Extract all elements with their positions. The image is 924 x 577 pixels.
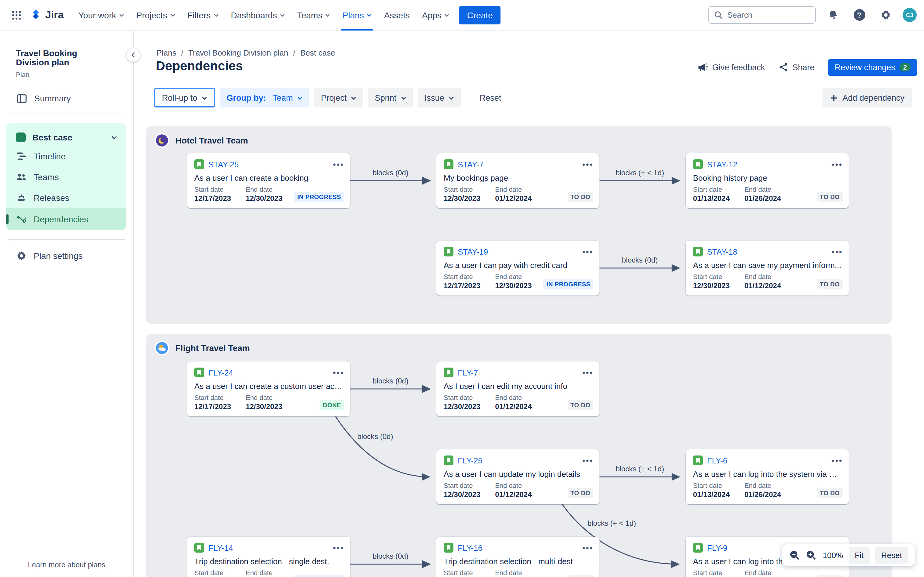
issue-title: As I user I can edit my account info — [444, 382, 592, 391]
share-button[interactable]: Share — [779, 62, 815, 72]
issue-card-fly-6[interactable]: FLY-6 ••• As a user I can log into the s… — [686, 450, 849, 504]
notifications-bell-icon[interactable] — [824, 6, 842, 24]
issue-card-fly-14[interactable]: FLY-14 ••• Trip destination selection - … — [187, 537, 350, 577]
rollup-dropdown[interactable]: Roll-up to — [154, 88, 215, 108]
dependency-label[interactable]: blocks (0d) — [373, 169, 408, 177]
issue-key-link[interactable]: STAY-7 — [458, 160, 484, 169]
nav-apps[interactable]: Apps — [416, 0, 456, 30]
more-actions-button[interactable]: ••• — [333, 544, 344, 552]
nav-your-work[interactable]: Your work — [73, 0, 131, 30]
story-icon — [693, 247, 703, 256]
issue-card-stay-7[interactable]: STAY-7 ••• My bookings page Start date12… — [436, 153, 599, 208]
sidebar-item-dependencies[interactable]: Dependencies — [6, 208, 126, 230]
more-actions-button[interactable]: ••• — [582, 160, 593, 168]
reset-zoom-button[interactable]: Reset — [875, 547, 908, 563]
issue-card-fly-25[interactable]: FLY-25 ••• As a user I can update my log… — [436, 450, 599, 504]
app-window: Jira Your work Projects Filters Dashboar… — [0, 0, 924, 577]
group-panel-hotel-travel-team: Hotel Travel Team blocks (0d) blocks (+ … — [146, 126, 892, 324]
scenario-selector[interactable]: Best case — [6, 129, 126, 146]
learn-more-link[interactable]: Learn more about plans — [0, 561, 133, 569]
issue-key-link[interactable]: FLY-25 — [458, 456, 483, 465]
dependency-label[interactable]: blocks (+ < 1d) — [616, 465, 664, 473]
sidebar-item-timeline[interactable]: Timeline — [6, 146, 126, 167]
issue-card-stay-18[interactable]: STAY-18 ••• As a user I can save my paym… — [686, 240, 849, 295]
give-feedback-button[interactable]: Give feedback — [698, 62, 765, 73]
filter-bar: Roll-up to Group by: Team Project Sprint… — [154, 88, 504, 108]
sidebar-item-releases[interactable]: Releases — [6, 187, 126, 208]
zoom-in-icon[interactable] — [806, 548, 817, 562]
status-badge: IN PROGRESS — [544, 279, 593, 289]
issue-card-fly-16[interactable]: FLY-16 ••• Trip destination selection - … — [436, 537, 599, 577]
global-search[interactable] — [708, 6, 816, 24]
more-actions-button[interactable]: ••• — [582, 544, 593, 552]
sidebar-item-plan-settings[interactable]: Plan settings — [16, 250, 123, 261]
settings-gear-icon[interactable] — [876, 6, 895, 24]
project-filter-dropdown[interactable]: Project — [314, 88, 363, 108]
breadcrumb-scenario[interactable]: Best case — [300, 48, 335, 57]
issue-card-stay-12[interactable]: STAY-12 ••• Booking history page Start d… — [686, 153, 849, 208]
story-icon — [444, 160, 454, 169]
nav-filters[interactable]: Filters — [181, 0, 225, 30]
story-icon — [693, 543, 703, 553]
breadcrumb-plan-name[interactable]: Travel Booking Division plan — [188, 48, 288, 57]
review-changes-button[interactable]: Review changes 2 — [828, 59, 917, 76]
sidebar: Travel Booking Division plan Plan Summar… — [0, 31, 134, 577]
dependency-label[interactable]: blocks (0d) — [373, 377, 408, 385]
issue-key-link[interactable]: STAY-12 — [707, 160, 737, 169]
issue-card-fly-24[interactable]: FLY-24 ••• As a user I can create a cust… — [187, 361, 350, 416]
help-icon[interactable]: ? — [850, 6, 868, 24]
more-actions-button[interactable]: ••• — [832, 456, 843, 464]
nav-assets[interactable]: Assets — [378, 0, 416, 30]
more-actions-button[interactable]: ••• — [832, 248, 843, 256]
reset-filters-button[interactable]: Reset — [477, 88, 504, 108]
more-actions-button[interactable]: ••• — [582, 369, 593, 376]
nav-projects[interactable]: Projects — [130, 0, 181, 30]
issue-key-link[interactable]: STAY-19 — [458, 247, 488, 256]
jira-logo-text: Jira — [45, 9, 64, 21]
megaphone-icon — [698, 62, 708, 73]
issue-key-link[interactable]: STAY-18 — [707, 247, 737, 256]
issue-key-link[interactable]: FLY-9 — [707, 543, 727, 552]
issue-card-fly-7[interactable]: FLY-7 ••• As I user I can edit my accoun… — [436, 361, 599, 416]
sidebar-item-summary[interactable]: Summary — [16, 93, 123, 105]
sidebar-item-teams[interactable]: Teams — [6, 167, 126, 187]
add-dependency-button[interactable]: Add dependency — [822, 88, 912, 108]
nav-dashboards[interactable]: Dashboards — [225, 0, 291, 30]
dependency-label[interactable]: blocks (0d) — [373, 552, 408, 561]
chevron-down-icon — [401, 95, 406, 100]
breadcrumb-plans[interactable]: Plans — [157, 48, 176, 57]
zoom-out-icon[interactable] — [789, 548, 800, 562]
sidebar-collapse-button[interactable] — [126, 48, 141, 62]
more-actions-button[interactable]: ••• — [333, 160, 344, 168]
app-switcher-icon[interactable] — [7, 6, 26, 24]
issue-key-link[interactable]: FLY-24 — [208, 368, 233, 377]
sprint-filter-dropdown[interactable]: Sprint — [368, 88, 413, 108]
dependency-label[interactable]: blocks (0d) — [357, 432, 393, 441]
issue-card-stay-19[interactable]: STAY-19 ••• As a user I can pay with cre… — [436, 240, 599, 295]
issue-key-link[interactable]: FLY-7 — [458, 368, 478, 377]
create-button[interactable]: Create — [459, 6, 501, 24]
more-actions-button[interactable]: ••• — [582, 456, 593, 464]
issue-title: As a user I can create a booking — [194, 173, 343, 182]
nav-teams[interactable]: Teams — [291, 0, 336, 30]
jira-logo[interactable]: Jira — [29, 8, 64, 21]
chevron-down-icon — [297, 95, 303, 100]
dependency-label[interactable]: blocks (+ < 1d) — [616, 169, 664, 177]
issue-filter-dropdown[interactable]: Issue — [418, 88, 461, 108]
issue-key-link[interactable]: FLY-14 — [208, 543, 233, 552]
more-actions-button[interactable]: ••• — [582, 248, 593, 256]
issue-key-link[interactable]: FLY-6 — [707, 456, 727, 465]
more-actions-button[interactable]: ••• — [832, 160, 843, 168]
nav-plans[interactable]: Plans — [336, 0, 378, 30]
dependency-label[interactable]: blocks (+ < 1d) — [588, 519, 636, 527]
issue-card-stay-25[interactable]: STAY-25 ••• As a user I can create a boo… — [187, 153, 350, 208]
dependency-label[interactable]: blocks (0d) — [622, 256, 657, 264]
user-avatar[interactable]: CJ — [903, 8, 917, 22]
search-input[interactable] — [727, 10, 801, 19]
more-actions-button[interactable]: ••• — [333, 369, 344, 376]
issue-key-link[interactable]: STAY-25 — [208, 160, 239, 169]
issue-key-link[interactable]: FLY-16 — [458, 543, 483, 552]
group-by-dropdown[interactable]: Group by: Team — [220, 88, 310, 108]
fit-button[interactable]: Fit — [848, 547, 870, 563]
status-badge: IN PROGRESS — [294, 192, 344, 202]
